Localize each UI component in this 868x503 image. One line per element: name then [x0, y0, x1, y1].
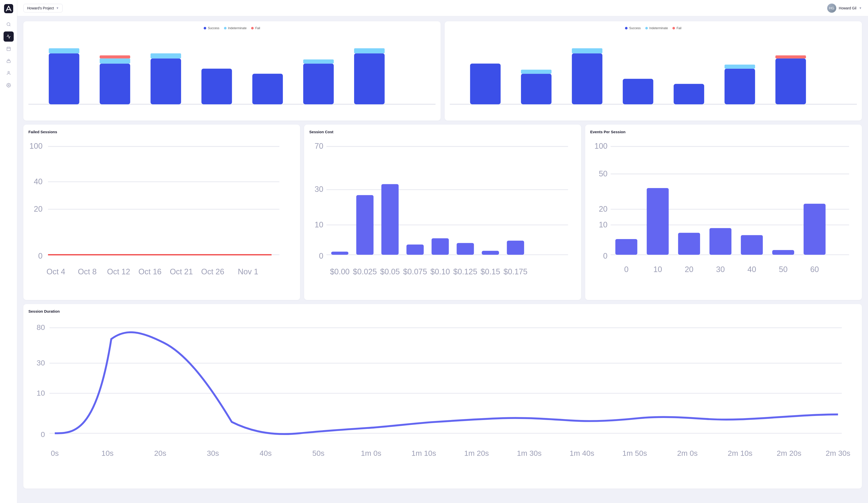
indeterminate-label-2: Indeterminate — [649, 27, 668, 30]
svg-text:Oct 16: Oct 16 — [138, 267, 162, 276]
events-per-session-svg: 100 50 20 10 0 — [590, 137, 857, 294]
svg-rect-87 — [616, 239, 638, 255]
svg-text:2m 20s: 2m 20s — [777, 449, 801, 458]
success-dot — [204, 27, 206, 29]
svg-text:10: 10 — [315, 220, 323, 229]
sessions-chart-area-2 — [450, 33, 857, 115]
svg-text:Oct 26: Oct 26 — [201, 267, 224, 276]
session-cost-title: Session Cost — [309, 130, 576, 134]
svg-text:0s: 0s — [51, 449, 59, 458]
svg-rect-90 — [710, 228, 732, 255]
svg-text:2m 0s: 2m 0s — [677, 449, 698, 458]
svg-rect-25 — [470, 63, 500, 104]
svg-text:60: 60 — [810, 265, 819, 274]
svg-text:40s: 40s — [259, 449, 272, 458]
svg-text:$0.025: $0.025 — [353, 267, 377, 276]
svg-rect-27 — [521, 70, 551, 74]
svg-text:20s: 20s — [154, 449, 166, 458]
svg-rect-91 — [741, 235, 763, 255]
failed-sessions-card: Failed Sessions 100 40 20 0 Number of Se… — [23, 125, 300, 300]
svg-rect-28 — [572, 53, 602, 104]
svg-text:$0.05: $0.05 — [380, 267, 400, 276]
svg-rect-6 — [7, 61, 10, 63]
chevron-down-icon: ▼ — [56, 6, 59, 10]
svg-point-1 — [7, 23, 10, 25]
events-per-session-area: 100 50 20 10 0 — [590, 137, 857, 295]
failed-sessions-svg: 100 40 20 0 Number of Sessions per Day — [28, 137, 295, 294]
svg-text:1m 30s: 1m 30s — [517, 449, 541, 458]
svg-text:1m 40s: 1m 40s — [570, 449, 594, 458]
success-label: Success — [208, 27, 219, 30]
svg-rect-11 — [49, 53, 79, 104]
svg-rect-31 — [674, 84, 704, 104]
svg-rect-65 — [432, 238, 449, 255]
svg-text:Oct 12: Oct 12 — [107, 267, 130, 276]
svg-text:0: 0 — [624, 265, 628, 274]
svg-text:Nov 1: Nov 1 — [238, 267, 258, 276]
svg-point-7 — [8, 59, 9, 61]
svg-text:Oct 8: Oct 8 — [78, 267, 97, 276]
svg-text:$0.10: $0.10 — [431, 267, 450, 276]
search-nav-icon[interactable] — [3, 19, 14, 29]
svg-rect-21 — [303, 59, 333, 63]
svg-text:1m 50s: 1m 50s — [622, 449, 647, 458]
svg-text:1m 20s: 1m 20s — [464, 449, 489, 458]
svg-rect-88 — [647, 188, 669, 255]
user-chevron-icon: ▼ — [859, 6, 862, 10]
app-logo[interactable] — [4, 4, 13, 13]
chart-nav-icon[interactable] — [3, 31, 14, 42]
settings-nav-icon[interactable] — [3, 80, 14, 90]
svg-text:50: 50 — [779, 265, 787, 274]
svg-text:100: 100 — [594, 142, 608, 151]
main-content: Howard's Project ▼ HG Howard Gil ▼ Succe… — [17, 0, 868, 503]
legend-success: Success — [204, 27, 219, 30]
svg-rect-64 — [406, 245, 424, 255]
user-menu[interactable]: HG Howard Gil ▼ — [827, 3, 862, 13]
svg-text:0: 0 — [319, 252, 323, 260]
svg-rect-93 — [804, 204, 826, 255]
agent-nav-icon[interactable] — [3, 56, 14, 66]
svg-rect-89 — [678, 233, 700, 255]
svg-rect-13 — [100, 63, 130, 104]
svg-rect-34 — [775, 58, 806, 104]
project-selector[interactable]: Howard's Project ▼ — [23, 4, 63, 12]
svg-rect-23 — [354, 48, 384, 53]
session-duration-area: 80 30 10 0 0s 10s 20s 30s 40s — [28, 317, 857, 483]
session-cost-area: 70 30 10 0 — [309, 137, 576, 295]
svg-rect-92 — [772, 250, 794, 255]
svg-text:10s: 10s — [102, 449, 114, 458]
legend-fail: Fail — [251, 27, 260, 30]
indeterminate-dot — [224, 27, 227, 29]
svg-text:30: 30 — [315, 185, 323, 194]
events-per-session-title: Events Per Session — [590, 130, 857, 134]
svg-rect-29 — [572, 48, 602, 53]
svg-point-9 — [8, 85, 9, 86]
top-charts-row: Success Indeterminate Fail — [23, 21, 862, 121]
duration-line — [55, 332, 838, 434]
svg-rect-2 — [7, 47, 10, 51]
dashboard-content: Success Indeterminate Fail — [17, 16, 868, 503]
failed-sessions-title: Failed Sessions — [28, 130, 295, 134]
svg-text:30s: 30s — [207, 449, 219, 458]
svg-text:10: 10 — [37, 389, 45, 397]
svg-text:20: 20 — [34, 205, 42, 214]
user-name-label: Howard Gil — [839, 6, 856, 10]
calendar-nav-icon[interactable] — [3, 44, 14, 54]
svg-text:2m 10s: 2m 10s — [728, 449, 752, 458]
svg-rect-14 — [100, 58, 130, 63]
svg-rect-61 — [331, 252, 349, 255]
user-nav-icon[interactable] — [3, 68, 14, 78]
svg-text:0: 0 — [603, 252, 607, 260]
svg-rect-62 — [356, 195, 374, 255]
svg-text:80: 80 — [37, 323, 45, 332]
svg-rect-16 — [151, 58, 181, 104]
svg-rect-17 — [151, 53, 181, 58]
svg-text:10: 10 — [653, 265, 662, 274]
indeterminate-label: Indeterminate — [228, 27, 247, 30]
svg-rect-20 — [303, 63, 333, 104]
events-per-session-card: Events Per Session 100 50 20 10 0 — [585, 125, 862, 300]
sessions-svg-2 — [450, 33, 857, 114]
svg-rect-67 — [482, 251, 499, 255]
svg-rect-33 — [724, 64, 755, 69]
fail-label: Fail — [255, 27, 260, 30]
